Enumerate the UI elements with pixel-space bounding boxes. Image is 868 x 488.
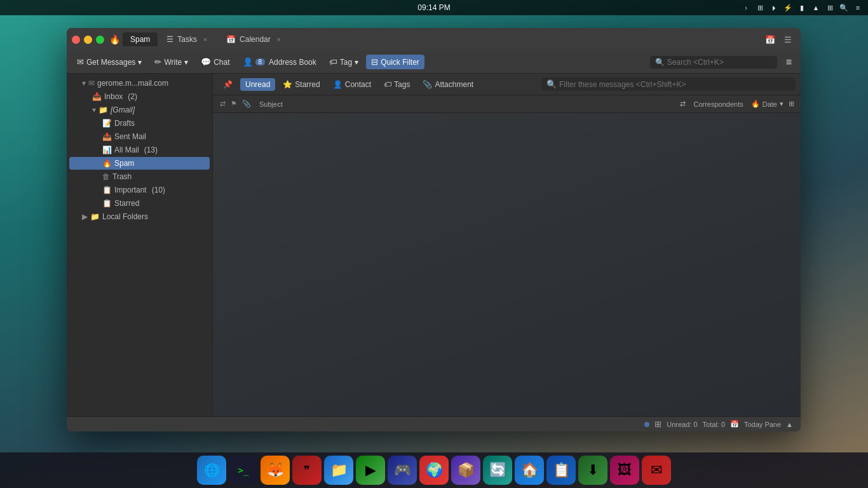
sidebar-inbox[interactable]: 📥 Inbox (2) [69,90,210,103]
tab-spam[interactable]: Spam [123,32,158,46]
taskbar-house[interactable]: 🏠 [515,456,544,485]
status-today-arrow[interactable]: ▲ [786,421,793,428]
write-icon: ✏ [154,57,161,67]
taskbar-browser[interactable]: 🌍 [419,456,449,485]
drafts-label: Drafts [114,119,135,128]
col-correspondents[interactable]: Correspondents [689,100,747,108]
tabs-area: Spam ☰ Tasks × 📅 Calendar × [123,32,757,46]
search-box-icon: 🔍 [655,58,665,67]
col-date-expand-icon[interactable]: ⊞ [789,100,794,108]
new-tab-btn[interactable]: ☰ [780,32,796,47]
spam-icon: 🔥 [102,159,112,168]
filter-tags-btn[interactable]: 🏷 Tags [379,78,415,91]
col-subject[interactable]: Subject [255,100,287,108]
taskbar-refresh[interactable]: 🔄 [483,456,512,485]
media-icon[interactable]: ⏵ [769,3,779,13]
get-messages-icon: ✉ [77,57,84,67]
maximize-button[interactable] [96,36,104,44]
tab-calendar-close[interactable]: × [275,35,283,44]
col-date-label: Date [763,100,777,108]
tab-tasks-close[interactable]: × [201,35,210,44]
wifi-icon[interactable]: ▲ [811,3,821,13]
status-today-pane[interactable]: Today Pane [744,421,781,428]
sidebar-important[interactable]: 📋 Important (10) [69,184,210,196]
gmail-label: [Gmail] [111,105,135,114]
quick-filter-button[interactable]: ⊟ Quick Filter [366,55,424,69]
screenshot-icon[interactable]: ⊞ [755,3,765,13]
important-icon: 📋 [102,186,112,194]
bluetooth-icon[interactable]: ⚡ [783,3,793,13]
message-list[interactable] [213,113,801,416]
apps-icon[interactable]: ⊞ [825,3,835,13]
write-button[interactable]: ✏ Write ▾ [149,55,193,69]
chat-icon: 💬 [201,57,211,67]
col-flag-icon[interactable]: ⚑ [229,99,239,109]
expand-icon[interactable]: › [741,3,751,13]
taskbar-photos[interactable]: 🖼 [610,456,639,485]
sidebar-trash[interactable]: 🗑 Trash [69,170,210,183]
taskbar-terminal[interactable]: >_ [229,456,258,485]
minimize-button[interactable] [84,36,92,44]
filter-starred-icon: ⭐ [283,80,292,89]
sidebar-spam[interactable]: 🔥 Spam [69,157,210,170]
taskbar-app1[interactable]: ❞ [292,456,322,485]
col-attach-col-icon[interactable]: 📎 [240,99,253,109]
sidebar-local-folders[interactable]: ▶ 📁 Local Folders [69,210,210,223]
taskbar-blue-app[interactable]: 📋 [546,456,576,485]
filter-contact-label: Contact [345,80,371,89]
tab-calendar[interactable]: 📅 Calendar × [219,32,291,46]
sidebar-sent[interactable]: 📤 Sent Mail [69,130,210,143]
local-folders-label: Local Folders [102,212,148,221]
new-calendar-btn[interactable]: 📅 [763,32,778,47]
filter-contact-btn[interactable]: 👤 Contact [328,78,376,91]
sidebar-starred[interactable]: 📋 Starred [69,197,210,210]
taskbar-globe[interactable]: 🌐 [197,456,226,485]
taskbar-package[interactable]: 📦 [451,456,480,485]
taskbar-download[interactable]: ⬇ [578,456,607,485]
filter-unread-label: Unread [245,80,270,89]
message-area: 📌 Unread ⭐ Starred 👤 Contact 🏷 Tags [213,74,801,416]
taskbar-mail[interactable]: ✉ [642,456,671,485]
system-time: 09:14 PM [417,3,450,12]
search-icon[interactable]: 🔍 [839,3,849,13]
address-book-button[interactable]: 👤 8 Address Book [238,55,322,69]
search-input[interactable] [667,58,769,67]
toolbar-menu-button[interactable]: ≡ [782,54,796,71]
taskbar-gamepad[interactable]: 🎮 [388,456,417,485]
menu-icon[interactable]: ≡ [853,3,863,13]
status-expand-icon[interactable]: ⊞ [654,419,661,429]
get-messages-button[interactable]: ✉ Get Messages ▾ [72,55,147,69]
sidebar-drafts[interactable]: 📝 Drafts [69,117,210,130]
filter-pin-btn[interactable]: 📌 [218,78,238,91]
tab-tasks[interactable]: ☰ Tasks × [159,32,217,46]
chat-button[interactable]: 💬 Chat [196,55,234,69]
filter-search-box: 🔍 [541,78,796,91]
sidebar-account[interactable]: ▾ ✉ gerome.m...mail.com [69,77,210,90]
filter-bar: 📌 Unread ⭐ Starred 👤 Contact 🏷 Tags [213,74,801,95]
tab-calendar-icon: 📅 [226,35,236,44]
col-date[interactable]: 🔥 Date ▾ ⊞ [747,100,798,108]
filter-search-input[interactable] [559,80,790,89]
sidebar-gmail[interactable]: ▾ 📁 [Gmail] [69,104,210,116]
close-button[interactable] [72,36,80,44]
col-thread-icon[interactable]: ⇄ [218,99,227,109]
filter-attachment-btn[interactable]: 📎 Attachment [417,78,478,91]
tag-button[interactable]: 🏷 Tag ▾ [324,55,363,69]
filter-starred-btn[interactable]: ⭐ Starred [278,78,325,91]
filter-starred-label: Starred [295,80,320,89]
filter-attachment-label: Attachment [435,80,473,89]
spam-label: Spam [114,159,134,168]
col-icon-group: ⇄ ⚑ 📎 [215,99,255,109]
search-box: 🔍 [650,56,777,69]
local-folders-arrow-icon: ▶ [82,212,88,221]
important-count: (10) [152,186,165,194]
taskbar-play[interactable]: ▶ [356,456,385,485]
taskbar-firefox[interactable]: 🦊 [261,456,290,485]
battery-icon[interactable]: ▮ [797,3,807,13]
col-thread-count[interactable]: ⇄ [676,100,689,108]
gmail-arrow-icon: ▾ [92,105,96,114]
local-folders-icon: 📁 [90,212,100,221]
filter-unread-btn[interactable]: Unread [240,78,275,91]
taskbar-files[interactable]: 📁 [324,456,353,485]
sidebar-allmail[interactable]: 📊 All Mail (13) [69,144,210,156]
